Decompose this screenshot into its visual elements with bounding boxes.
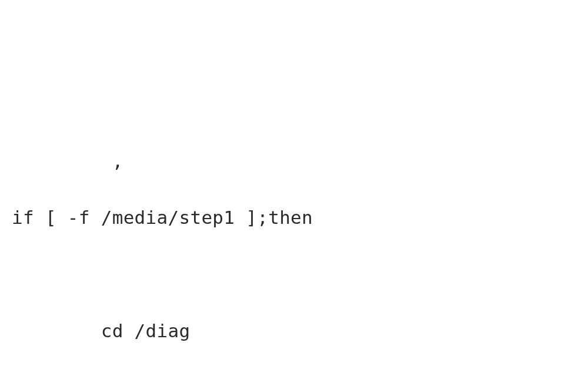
shell-script-snippet: , if [ -f /media/step1 ];then cd /diag s… xyxy=(12,119,576,376)
code-line: if [ -f /media/step1 ];then xyxy=(12,203,576,231)
code-line xyxy=(12,260,576,288)
code-line: cd /diag xyxy=(12,317,576,345)
code-line: startx ./bpui 733-101 &> /dev/null xyxy=(12,373,576,376)
code-line: , xyxy=(12,147,576,175)
